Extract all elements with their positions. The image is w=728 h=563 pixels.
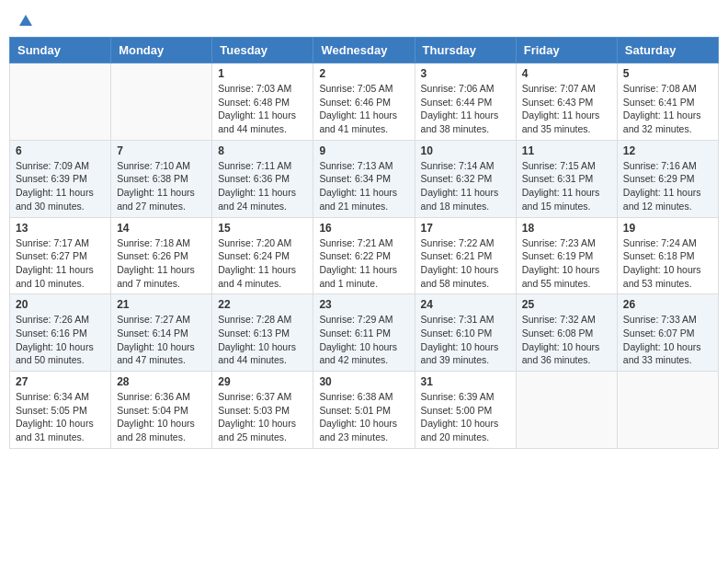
calendar-day-cell: 8Sunrise: 7:11 AMSunset: 6:36 PMDaylight…	[212, 140, 313, 217]
day-info: Sunrise: 7:20 AMSunset: 6:24 PMDaylight:…	[218, 236, 307, 291]
calendar-day-cell: 14Sunrise: 7:18 AMSunset: 6:26 PMDayligh…	[111, 217, 212, 294]
calendar-day-cell: 3Sunrise: 7:06 AMSunset: 6:44 PMDaylight…	[415, 63, 516, 141]
calendar-day-cell: 5Sunrise: 7:08 AMSunset: 6:41 PMDaylight…	[617, 63, 718, 141]
calendar-day-cell: 16Sunrise: 7:21 AMSunset: 6:22 PMDayligh…	[313, 217, 415, 294]
day-number: 31	[421, 375, 510, 388]
calendar-day-cell: 23Sunrise: 7:29 AMSunset: 6:11 PMDayligh…	[313, 294, 415, 372]
logo	[17, 13, 35, 26]
calendar-day-cell: 9Sunrise: 7:13 AMSunset: 6:34 PMDaylight…	[313, 140, 415, 217]
day-info: Sunrise: 7:29 AMSunset: 6:11 PMDaylight:…	[319, 313, 408, 367]
day-number: 21	[117, 298, 206, 311]
day-number: 6	[16, 144, 105, 157]
day-info: Sunrise: 7:15 AMSunset: 6:31 PMDaylight:…	[522, 159, 611, 213]
calendar-week-row: 27Sunrise: 6:34 AMSunset: 5:05 PMDayligh…	[10, 372, 719, 449]
calendar-table: SundayMondayTuesdayWednesdayThursdayFrid…	[9, 37, 719, 449]
calendar-day-cell	[111, 63, 212, 141]
day-number: 22	[218, 298, 307, 311]
calendar-day-cell: 27Sunrise: 6:34 AMSunset: 5:05 PMDayligh…	[10, 372, 111, 449]
day-number: 28	[117, 375, 206, 388]
calendar-day-cell: 6Sunrise: 7:09 AMSunset: 6:39 PMDaylight…	[10, 140, 111, 217]
day-info: Sunrise: 7:07 AMSunset: 6:43 PMDaylight:…	[522, 82, 611, 136]
calendar-week-row: 6Sunrise: 7:09 AMSunset: 6:39 PMDaylight…	[10, 140, 719, 217]
day-info: Sunrise: 6:38 AMSunset: 5:01 PMDaylight:…	[319, 390, 408, 444]
calendar-day-cell	[516, 372, 617, 449]
calendar-day-cell: 24Sunrise: 7:31 AMSunset: 6:10 PMDayligh…	[415, 294, 516, 372]
calendar-day-cell: 19Sunrise: 7:24 AMSunset: 6:18 PMDayligh…	[617, 217, 718, 294]
day-number: 8	[218, 144, 307, 157]
day-number: 13	[16, 222, 105, 235]
calendar-day-cell: 7Sunrise: 7:10 AMSunset: 6:38 PMDaylight…	[111, 140, 212, 217]
day-number: 25	[522, 298, 611, 311]
day-number: 20	[16, 298, 105, 311]
weekday-header: Monday	[111, 38, 212, 63]
calendar-day-cell: 21Sunrise: 7:27 AMSunset: 6:14 PMDayligh…	[111, 294, 212, 372]
calendar-day-cell: 13Sunrise: 7:17 AMSunset: 6:27 PMDayligh…	[10, 217, 111, 294]
day-info: Sunrise: 7:09 AMSunset: 6:39 PMDaylight:…	[16, 159, 105, 213]
day-number: 4	[522, 67, 611, 80]
day-number: 5	[623, 67, 712, 80]
day-info: Sunrise: 7:31 AMSunset: 6:10 PMDaylight:…	[421, 313, 510, 367]
day-number: 14	[117, 222, 206, 235]
day-info: Sunrise: 7:24 AMSunset: 6:18 PMDaylight:…	[623, 236, 712, 291]
day-info: Sunrise: 7:03 AMSunset: 6:48 PMDaylight:…	[218, 82, 307, 136]
day-info: Sunrise: 7:10 AMSunset: 6:38 PMDaylight:…	[117, 159, 206, 213]
day-info: Sunrise: 7:33 AMSunset: 6:07 PMDaylight:…	[623, 313, 712, 367]
calendar-day-cell: 28Sunrise: 6:36 AMSunset: 5:04 PMDayligh…	[111, 372, 212, 449]
day-number: 27	[16, 375, 105, 388]
logo-icon	[17, 13, 34, 29]
day-info: Sunrise: 7:14 AMSunset: 6:32 PMDaylight:…	[421, 159, 510, 213]
calendar-day-cell: 1Sunrise: 7:03 AMSunset: 6:48 PMDaylight…	[212, 63, 313, 141]
day-number: 19	[623, 222, 712, 235]
day-info: Sunrise: 7:21 AMSunset: 6:22 PMDaylight:…	[319, 236, 408, 291]
calendar-day-cell: 25Sunrise: 7:32 AMSunset: 6:08 PMDayligh…	[516, 294, 617, 372]
day-number: 11	[522, 144, 611, 157]
day-info: Sunrise: 7:26 AMSunset: 6:16 PMDaylight:…	[16, 313, 105, 367]
day-info: Sunrise: 7:22 AMSunset: 6:21 PMDaylight:…	[421, 236, 510, 291]
calendar-day-cell: 15Sunrise: 7:20 AMSunset: 6:24 PMDayligh…	[212, 217, 313, 294]
day-info: Sunrise: 7:16 AMSunset: 6:29 PMDaylight:…	[623, 159, 712, 213]
weekday-header: Friday	[516, 38, 617, 63]
day-info: Sunrise: 6:39 AMSunset: 5:00 PMDaylight:…	[421, 390, 510, 444]
calendar-day-cell: 4Sunrise: 7:07 AMSunset: 6:43 PMDaylight…	[516, 63, 617, 141]
day-info: Sunrise: 7:05 AMSunset: 6:46 PMDaylight:…	[319, 82, 408, 136]
day-info: Sunrise: 7:08 AMSunset: 6:41 PMDaylight:…	[623, 82, 712, 136]
day-number: 16	[319, 222, 408, 235]
weekday-header: Saturday	[617, 38, 718, 63]
day-number: 29	[218, 375, 307, 388]
day-number: 30	[319, 375, 408, 388]
day-number: 2	[319, 67, 408, 80]
day-number: 17	[421, 222, 510, 235]
calendar-day-cell: 29Sunrise: 6:37 AMSunset: 5:03 PMDayligh…	[212, 372, 313, 449]
calendar-day-cell: 20Sunrise: 7:26 AMSunset: 6:16 PMDayligh…	[10, 294, 111, 372]
calendar-day-cell: 10Sunrise: 7:14 AMSunset: 6:32 PMDayligh…	[415, 140, 516, 217]
svg-marker-0	[19, 15, 32, 26]
weekday-header: Wednesday	[313, 38, 415, 63]
day-number: 12	[623, 144, 712, 157]
calendar-day-cell: 18Sunrise: 7:23 AMSunset: 6:19 PMDayligh…	[516, 217, 617, 294]
day-info: Sunrise: 6:37 AMSunset: 5:03 PMDaylight:…	[218, 390, 307, 444]
calendar-week-row: 20Sunrise: 7:26 AMSunset: 6:16 PMDayligh…	[10, 294, 719, 372]
calendar-day-cell	[617, 372, 718, 449]
calendar-day-cell: 17Sunrise: 7:22 AMSunset: 6:21 PMDayligh…	[415, 217, 516, 294]
day-info: Sunrise: 6:34 AMSunset: 5:05 PMDaylight:…	[16, 390, 105, 444]
calendar-day-cell: 26Sunrise: 7:33 AMSunset: 6:07 PMDayligh…	[617, 294, 718, 372]
calendar-day-cell: 2Sunrise: 7:05 AMSunset: 6:46 PMDaylight…	[313, 63, 415, 141]
weekday-header: Thursday	[415, 38, 516, 63]
calendar-day-cell: 11Sunrise: 7:15 AMSunset: 6:31 PMDayligh…	[516, 140, 617, 217]
weekday-header: Tuesday	[212, 38, 313, 63]
day-info: Sunrise: 7:18 AMSunset: 6:26 PMDaylight:…	[117, 236, 206, 291]
calendar-day-cell: 31Sunrise: 6:39 AMSunset: 5:00 PMDayligh…	[415, 372, 516, 449]
day-info: Sunrise: 7:13 AMSunset: 6:34 PMDaylight:…	[319, 159, 408, 213]
day-number: 7	[117, 144, 206, 157]
day-info: Sunrise: 7:32 AMSunset: 6:08 PMDaylight:…	[522, 313, 611, 367]
day-number: 10	[421, 144, 510, 157]
day-number: 23	[319, 298, 408, 311]
calendar-day-cell	[10, 63, 111, 141]
calendar-day-cell: 22Sunrise: 7:28 AMSunset: 6:13 PMDayligh…	[212, 294, 313, 372]
day-number: 24	[421, 298, 510, 311]
page-header	[9, 9, 719, 29]
day-number: 26	[623, 298, 712, 311]
calendar-day-cell: 30Sunrise: 6:38 AMSunset: 5:01 PMDayligh…	[313, 372, 415, 449]
day-number: 18	[522, 222, 611, 235]
day-info: Sunrise: 7:23 AMSunset: 6:19 PMDaylight:…	[522, 236, 611, 291]
